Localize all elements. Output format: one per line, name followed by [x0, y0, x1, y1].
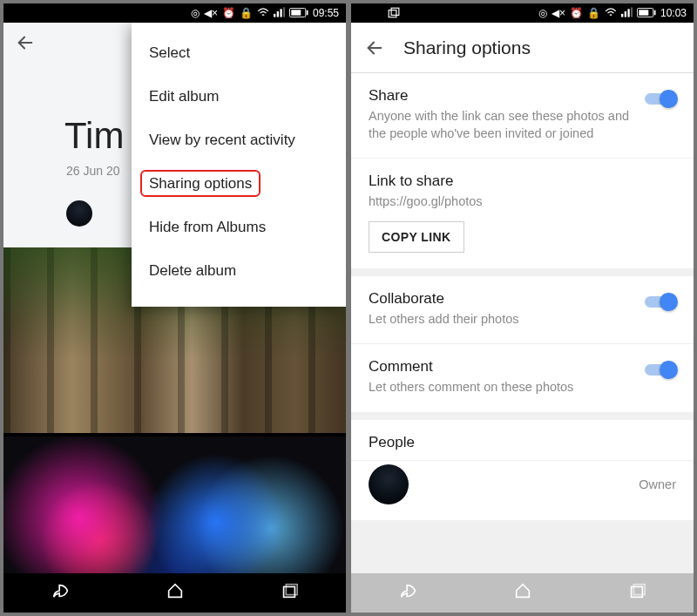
svg-rect-3: [283, 7, 285, 17]
sync-icon: ◎: [191, 8, 200, 18]
comment-desc: Let others comment on these photos: [369, 379, 633, 396]
share-section[interactable]: Share Anyone with the link can see these…: [351, 73, 694, 159]
nav-recent-icon[interactable]: [280, 581, 299, 605]
link-title: Link to share: [369, 173, 676, 190]
share-desc: Anyone with the link can see these photo…: [369, 108, 633, 142]
sync-icon: ◎: [538, 8, 547, 18]
lock-icon: 🔒: [587, 8, 600, 18]
link-section: Link to share https://goo.gl/photos COPY…: [351, 159, 694, 269]
collaborate-desc: Let others add their photos: [369, 311, 633, 328]
status-bar: ◎ ◀× ⏰ 🔒 09:55: [3, 3, 346, 23]
signal-icon: [621, 7, 633, 19]
collaborate-section[interactable]: Collaborate Let others add their photos: [351, 276, 694, 345]
svg-rect-2: [280, 9, 281, 17]
app-bar: Sharing options: [351, 23, 694, 73]
signal-icon: [274, 7, 285, 19]
share-title: Share: [369, 87, 633, 105]
svg-rect-9: [286, 585, 297, 595]
owner-avatar: [369, 464, 409, 504]
page-title: Sharing options: [403, 37, 531, 58]
album-date: 26 Jun 20: [66, 164, 120, 178]
alarm-icon: ⏰: [222, 8, 235, 18]
nav-home-icon[interactable]: [513, 581, 532, 605]
volume-mute-icon: ◀×: [204, 8, 218, 18]
svg-rect-1: [277, 11, 279, 17]
svg-rect-11: [391, 8, 399, 15]
svg-rect-17: [639, 10, 648, 15]
menu-item-sharing-options[interactable]: Sharing options: [132, 162, 346, 206]
tabs-icon: [388, 7, 400, 20]
menu-item-delete-album[interactable]: Delete album: [132, 249, 346, 293]
status-clock: 09:55: [313, 7, 339, 19]
comment-title: Comment: [369, 358, 633, 376]
nav-home-icon[interactable]: [166, 581, 185, 605]
svg-rect-12: [621, 14, 623, 17]
nav-recent-icon[interactable]: [627, 581, 646, 605]
people-section: People: [351, 420, 694, 461]
svg-rect-0: [274, 14, 275, 17]
overflow-menu: Select Edit album View by recent activit…: [132, 23, 346, 307]
comment-section[interactable]: Comment Let others comment on these phot…: [351, 344, 694, 413]
back-button[interactable]: [16, 33, 35, 52]
collaborate-toggle[interactable]: [645, 294, 676, 311]
svg-rect-18: [654, 10, 656, 15]
nav-back-icon[interactable]: [399, 581, 418, 605]
menu-item-hide-from-albums[interactable]: Hide from Albums: [132, 206, 346, 249]
status-clock: 10:03: [660, 7, 687, 19]
back-button[interactable]: [365, 38, 384, 58]
svg-rect-8: [283, 586, 294, 597]
svg-rect-10: [389, 10, 396, 17]
owner-row[interactable]: Owner: [351, 461, 694, 520]
menu-item-select[interactable]: Select: [132, 31, 346, 75]
status-bar: ◎ ◀× ⏰ 🔒 10:03: [351, 3, 694, 23]
phone-left: ◎ ◀× ⏰ 🔒 09:55 Tim 26 Jun 20 Select Edit…: [3, 3, 346, 613]
svg-rect-14: [627, 9, 629, 17]
svg-rect-13: [625, 11, 626, 17]
copy-link-button[interactable]: COPY LINK: [369, 221, 464, 253]
phone-right: ◎ ◀× ⏰ 🔒 10:03 Sharing options Share Any…: [351, 3, 694, 613]
owner-role: Owner: [639, 477, 676, 491]
sharing-options-screen: Sharing options Share Anyone with the li…: [351, 23, 694, 573]
svg-rect-20: [631, 586, 642, 597]
svg-rect-5: [291, 10, 301, 15]
album-view: Tim 26 Jun 20 Select Edit album View by …: [3, 23, 346, 573]
nav-back-icon[interactable]: [51, 581, 71, 605]
battery-icon: [289, 8, 308, 19]
wifi-icon: [605, 7, 617, 19]
comment-toggle[interactable]: [645, 362, 676, 379]
album-photo-pc[interactable]: [3, 437, 346, 573]
collaborate-title: Collaborate: [369, 290, 633, 308]
battery-icon: [637, 8, 656, 19]
svg-rect-15: [631, 7, 633, 17]
svg-rect-21: [633, 585, 645, 595]
menu-item-edit-album[interactable]: Edit album: [132, 75, 346, 118]
lock-icon: 🔒: [240, 8, 253, 18]
svg-rect-6: [307, 10, 308, 15]
menu-item-view-recent[interactable]: View by recent activity: [132, 118, 346, 162]
wifi-icon: [257, 7, 269, 19]
alarm-icon: ⏰: [570, 8, 583, 18]
system-nav: [351, 573, 694, 613]
link-url: https://goo.gl/photos: [369, 193, 676, 211]
system-nav: [3, 573, 346, 613]
volume-mute-icon: ◀×: [552, 8, 565, 18]
album-avatar[interactable]: [66, 200, 92, 227]
album-title: Tim: [64, 115, 124, 157]
share-toggle[interactable]: [645, 91, 676, 108]
people-title: People: [369, 434, 676, 451]
